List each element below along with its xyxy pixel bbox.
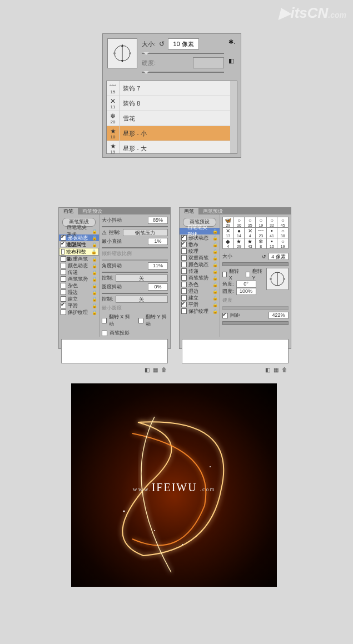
brush-tip-cell[interactable]: ◆4	[223, 238, 233, 248]
lock-icon[interactable]: 🔒	[92, 277, 97, 282]
checkbox[interactable]	[61, 235, 66, 241]
brush-option[interactable]: 传递🔒	[180, 268, 220, 274]
brush-tip-cell[interactable]: •41	[267, 228, 277, 238]
brush-row[interactable]: 〰15装饰 7	[107, 81, 237, 96]
checkbox[interactable]	[181, 248, 187, 254]
brush-option[interactable]: 画笔笔势🔒	[180, 274, 220, 281]
trash-icon[interactable]: 🗑	[282, 367, 287, 373]
brush-size-input[interactable]	[168, 38, 199, 49]
lock-icon[interactable]: 🔒	[212, 249, 218, 254]
checkbox[interactable]	[61, 256, 66, 262]
lock-icon[interactable]: 🔒	[92, 257, 97, 262]
brush-tip-cell[interactable]: 🦋29	[223, 217, 233, 227]
brush-option[interactable]: 平滑🔒	[180, 301, 220, 308]
checkbox[interactable]	[181, 242, 187, 247]
lock-icon[interactable]: 🔒	[92, 229, 97, 234]
checkbox[interactable]	[61, 296, 66, 302]
checkbox[interactable]	[61, 283, 66, 288]
reset-icon[interactable]: ↺	[262, 254, 266, 259]
lock-icon[interactable]: 🔒	[91, 249, 97, 254]
lock-icon[interactable]: 🔒	[212, 289, 218, 294]
brush-tip-cell[interactable]: ○19	[277, 238, 288, 248]
checkbox[interactable]	[181, 235, 187, 241]
hardness-slider[interactable]	[142, 72, 224, 73]
brush-row[interactable]: ❄20雪花	[107, 111, 237, 126]
checkbox[interactable]	[181, 308, 187, 314]
brush-tip-cell[interactable]: ○30	[234, 217, 245, 227]
brush-tip-cell[interactable]: ✕4	[245, 228, 255, 238]
lock-icon[interactable]: 🔒	[212, 236, 218, 241]
lock-icon[interactable]: 🔒	[212, 262, 218, 267]
lock-icon[interactable]: 🔒	[92, 297, 97, 302]
checkbox[interactable]	[61, 249, 64, 254]
brush-tip-cell[interactable]: ○32	[267, 217, 277, 227]
lock-icon[interactable]: 🔒	[92, 263, 97, 268]
checkbox[interactable]	[61, 242, 66, 247]
new-icon[interactable]: ▦	[153, 367, 158, 373]
brush-option[interactable]: 保护纹理🔒	[180, 308, 220, 314]
brush-row[interactable]: ★19星形 - 大	[107, 141, 237, 154]
reset-size-icon[interactable]: ↺	[159, 40, 165, 48]
brush-option[interactable]: 颜色动态🔒	[180, 261, 220, 268]
brush-option[interactable]: 湿边🔒	[59, 289, 99, 296]
brush-tip-grid[interactable]: 🦋29○30○35○19○32○45✕13●14✕4〰23•41○38◆4★29…	[222, 217, 289, 249]
lock-icon[interactable]: 🔒	[92, 270, 97, 275]
lock-icon[interactable]: 🔒	[212, 256, 218, 261]
checkbox[interactable]	[181, 275, 187, 281]
lock-icon[interactable]: 🔒	[212, 282, 218, 287]
lock-icon[interactable]: 🔒	[212, 242, 218, 247]
toggle-icon[interactable]: ◧	[265, 367, 270, 373]
new-preset-icon[interactable]: ◧	[228, 57, 236, 65]
brush-tip-cell[interactable]: 〰23	[256, 228, 266, 238]
tab-presets[interactable]: 画笔预设	[78, 208, 107, 214]
brush-option[interactable]: 散布🔒	[180, 241, 220, 248]
checkbox[interactable]	[61, 289, 66, 295]
checkbox[interactable]	[181, 302, 187, 307]
brush-option[interactable]: 双重画笔🔒	[180, 254, 220, 261]
brush-row[interactable]: ★10星形 - 小	[107, 126, 237, 141]
scrollbar[interactable]	[230, 81, 237, 153]
lock-icon[interactable]: 🔒	[212, 296, 218, 301]
checkbox[interactable]	[61, 303, 66, 308]
lock-icon[interactable]: 🔒	[212, 276, 218, 281]
gear-icon[interactable]: ✱.	[228, 38, 236, 46]
checkbox[interactable]	[181, 282, 187, 287]
size-slider[interactable]	[142, 53, 224, 54]
brush-tip-cell[interactable]: ❄8	[256, 238, 266, 248]
brush-option[interactable]: 杂色🔒	[59, 282, 99, 289]
lock-icon[interactable]: 🔒	[212, 229, 218, 234]
brush-tip-cell[interactable]: •10	[267, 238, 277, 248]
checkbox[interactable]	[181, 268, 187, 274]
brush-tip-cell[interactable]: ○19	[256, 217, 266, 227]
brush-tip-cell[interactable]: ●14	[234, 228, 245, 238]
tab-brush[interactable]: 画笔	[180, 208, 198, 214]
brush-option[interactable]: 平滑🔒	[59, 302, 99, 309]
brush-option[interactable]: 传递🔒	[59, 269, 99, 276]
lock-icon[interactable]: 🔒	[212, 269, 218, 274]
lock-icon[interactable]: 🔒	[92, 310, 97, 315]
brush-option[interactable]: 画笔笔势🔒	[59, 276, 99, 282]
brush-tip-cell[interactable]: ★29	[234, 238, 245, 248]
brush-tip-cell[interactable]: ✕13	[223, 228, 233, 238]
lock-icon[interactable]: 🔒	[212, 302, 218, 307]
lock-icon[interactable]: 🔒	[92, 283, 97, 288]
lock-icon[interactable]: 🔒	[92, 290, 97, 295]
brush-option[interactable]: 纹理🔒	[180, 248, 220, 254]
brush-option[interactable]: 颜色动态🔒	[59, 262, 99, 269]
brush-option[interactable]: 保护纹理🔒	[59, 309, 99, 316]
brush-option[interactable]: 造型属性散布和数量🔒	[59, 248, 99, 256]
checkbox[interactable]	[181, 295, 187, 301]
lock-icon[interactable]: 🔒	[212, 309, 218, 314]
brush-tip-cell[interactable]: ★43	[245, 238, 255, 248]
checkbox[interactable]	[61, 276, 66, 282]
angle-dial[interactable]	[266, 268, 289, 290]
brush-option[interactable]: 湿边🔒	[180, 288, 220, 294]
trash-icon[interactable]: 🗑	[161, 367, 167, 373]
tab-brush[interactable]: 画笔	[59, 208, 78, 214]
brush-row[interactable]: ✕11装饰 8	[107, 96, 237, 111]
checkbox[interactable]	[181, 262, 187, 267]
checkbox[interactable]	[61, 309, 66, 315]
tab-presets[interactable]: 画笔预设	[198, 208, 227, 214]
brush-tip-cell[interactable]: ○35	[245, 217, 255, 227]
toggle-icon[interactable]: ◧	[145, 367, 150, 373]
